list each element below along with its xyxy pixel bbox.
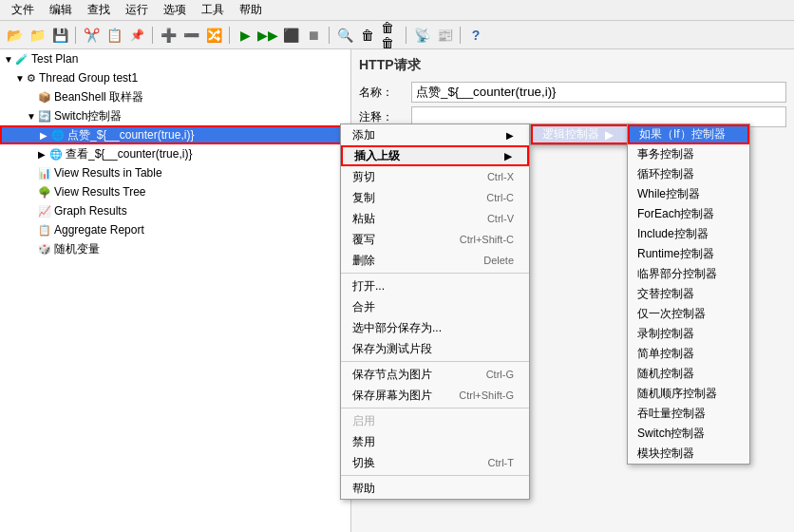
menu-saveimage[interactable]: 保存节点为图片 Ctrl-G <box>341 364 529 385</box>
menu-paste-label: 粘贴 <box>352 211 375 227</box>
ctrl-randomorder[interactable]: 随机顺序控制器 <box>628 384 749 404</box>
context-menu: 添加 ▶ 插入上级 ▶ 剪切 Ctrl-X 复制 Ctrl-C 粘贴 Ctrl-… <box>340 124 530 500</box>
ctrl-foreach-label: ForEach控制器 <box>637 206 714 222</box>
menu-open[interactable]: 打开... <box>341 276 529 296</box>
menu-helpitem[interactable]: 帮助 <box>341 478 529 499</box>
menu-disable-label: 禁用 <box>352 434 375 450</box>
ctrl-runtime-label: Runtime控制器 <box>637 246 714 262</box>
sep1 <box>341 273 529 274</box>
menu-overwrite-shortcut: Ctrl+Shift-C <box>460 234 514 245</box>
menu-enable: 启用 <box>341 410 529 431</box>
menu-copy[interactable]: 复制 Ctrl-C <box>341 187 529 208</box>
menu-delete-label: 删除 <box>352 253 375 269</box>
ctrl-loop-label: 循环控制器 <box>637 166 694 182</box>
ctrl-throughput[interactable]: 吞吐量控制器 <box>628 404 749 424</box>
ctrl-runtime[interactable]: Runtime控制器 <box>628 244 749 264</box>
menu-cut-shortcut: Ctrl-X <box>487 171 514 182</box>
ctrl-include[interactable]: Include控制器 <box>628 224 749 244</box>
ctrl-loop[interactable]: 循环控制器 <box>628 164 749 184</box>
context-menu-overlay: 添加 ▶ 插入上级 ▶ 剪切 Ctrl-X 复制 Ctrl-C 粘贴 Ctrl-… <box>0 0 794 532</box>
ctrl-if-label: 如果（If）控制器 <box>639 126 726 142</box>
ctrl-critical-label: 临界部分控制器 <box>637 266 717 282</box>
ctrl-critical[interactable]: 临界部分控制器 <box>628 264 749 284</box>
sep3 <box>341 408 529 408</box>
menu-toggle[interactable]: 切换 Ctrl-T <box>341 452 529 473</box>
ctrl-random[interactable]: 随机控制器 <box>628 364 749 384</box>
submenu-controllers: 如果（If）控制器 事务控制器 循环控制器 While控制器 ForEach控制… <box>627 124 750 465</box>
menu-insert-parent-arrow: ▶ <box>504 151 512 162</box>
menu-toggle-label: 切换 <box>352 455 375 471</box>
menu-copy-label: 复制 <box>352 190 375 206</box>
menu-merge[interactable]: 合并 <box>341 296 529 317</box>
ctrl-randomorder-label: 随机顺序控制器 <box>637 386 717 402</box>
ctrl-while[interactable]: While控制器 <box>628 184 749 204</box>
ctrl-while-label: While控制器 <box>637 186 700 202</box>
ctrl-interleave-label: 交替控制器 <box>637 286 694 302</box>
sep2 <box>341 361 529 362</box>
menu-delete-shortcut: Delete <box>483 255 514 266</box>
menu-enable-label: 启用 <box>352 413 375 429</box>
menu-open-label: 打开... <box>352 278 385 294</box>
ctrl-onceonly[interactable]: 仅一次控制器 <box>628 304 749 324</box>
ctrl-transaction-label: 事务控制器 <box>637 146 694 162</box>
menu-insert-parent-label: 插入上级 <box>354 148 400 164</box>
menu-merge-label: 合并 <box>352 299 375 315</box>
ctrl-module-label: 模块控制器 <box>637 446 694 462</box>
ctrl-interleave[interactable]: 交替控制器 <box>628 284 749 304</box>
logic-arrow: ▶ <box>605 128 614 142</box>
sep4 <box>341 475 529 476</box>
submenu-logic: 逻辑控制器 ▶ <box>530 124 632 145</box>
ctrl-switch[interactable]: Switch控制器 <box>628 424 749 444</box>
menu-delete[interactable]: 删除 Delete <box>341 250 529 271</box>
ctrl-random-label: 随机控制器 <box>637 366 694 382</box>
menu-paste[interactable]: 粘贴 Ctrl-V <box>341 208 529 229</box>
ctrl-foreach[interactable]: ForEach控制器 <box>628 204 749 224</box>
menu-helpitem-label: 帮助 <box>352 481 375 497</box>
ctrl-onceonly-label: 仅一次控制器 <box>637 306 706 322</box>
ctrl-record-label: 录制控制器 <box>637 326 694 342</box>
ctrl-simple[interactable]: 简单控制器 <box>628 344 749 364</box>
menu-overwrite[interactable]: 覆写 Ctrl+Shift-C <box>341 229 529 250</box>
menu-add-label: 添加 <box>352 127 375 143</box>
ctrl-throughput-label: 吞吐量控制器 <box>637 406 706 422</box>
menu-saveimage-label: 保存节点为图片 <box>352 367 432 383</box>
menu-savescreenshot-shortcut: Ctrl+Shift-G <box>459 390 514 401</box>
menu-cut-label: 剪切 <box>352 169 375 185</box>
menu-toggle-shortcut: Ctrl-T <box>488 457 515 468</box>
menu-savefragment-label: 保存为测试片段 <box>352 341 432 357</box>
menu-add-arrow: ▶ <box>506 130 514 141</box>
menu-add[interactable]: 添加 ▶ <box>341 124 529 145</box>
menu-saveimage-shortcut: Ctrl-G <box>486 369 514 380</box>
ctrl-transaction[interactable]: 事务控制器 <box>628 144 749 164</box>
ctrl-record[interactable]: 录制控制器 <box>628 324 749 344</box>
menu-insert-parent[interactable]: 插入上级 ▶ <box>341 145 529 166</box>
menu-copy-shortcut: Ctrl-C <box>486 192 514 203</box>
menu-disable[interactable]: 禁用 <box>341 431 529 452</box>
logic-controller-item[interactable]: 逻辑控制器 ▶ <box>531 124 631 144</box>
logic-controller-label: 逻辑控制器 <box>542 126 599 142</box>
menu-overwrite-label: 覆写 <box>352 232 375 248</box>
menu-savescreenshot[interactable]: 保存屏幕为图片 Ctrl+Shift-G <box>341 385 529 406</box>
menu-cut[interactable]: 剪切 Ctrl-X <box>341 166 529 187</box>
ctrl-if[interactable]: 如果（If）控制器 <box>628 124 749 144</box>
menu-paste-shortcut: Ctrl-V <box>487 213 514 224</box>
ctrl-module[interactable]: 模块控制器 <box>628 444 749 464</box>
menu-savepartial[interactable]: 选中部分保存为... <box>341 317 529 338</box>
ctrl-include-label: Include控制器 <box>637 226 709 242</box>
menu-savescreenshot-label: 保存屏幕为图片 <box>352 388 432 404</box>
menu-savepartial-label: 选中部分保存为... <box>352 320 442 336</box>
menu-savefragment[interactable]: 保存为测试片段 <box>341 338 529 359</box>
ctrl-switch-label: Switch控制器 <box>637 426 705 442</box>
ctrl-simple-label: 简单控制器 <box>637 346 694 362</box>
